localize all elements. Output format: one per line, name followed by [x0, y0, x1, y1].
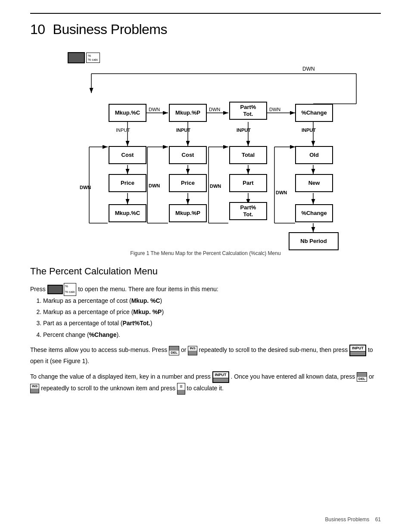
box-price1: Price [109, 174, 146, 192]
svg-text:INPUT: INPUT [237, 128, 251, 133]
chapter-title: 10Business Problems [30, 22, 381, 37]
calc-key-diagram: %% calc [68, 52, 100, 63]
box-pchange-top: %Change [295, 104, 333, 122]
footer-page: 61 [375, 516, 381, 523]
key-eq: = [177, 383, 185, 395]
box-total: Total [229, 146, 267, 164]
svg-text:DWN: DWN [149, 183, 160, 188]
svg-text:DWN: DWN [80, 185, 91, 190]
key-input-top2: INPUT [213, 372, 228, 378]
box-mkupp-bot: Mkup.%P [169, 204, 207, 222]
key-del2: DEL [357, 372, 367, 382]
box-pchange-bot: %Change [295, 204, 333, 222]
box-nbperiod: Nb Period [289, 232, 339, 250]
figure-caption: Figure 1 The Menu Map for the Percent Ca… [30, 250, 381, 256]
key-main-icon [47, 285, 63, 294]
svg-text:INPUT: INPUT [116, 128, 130, 133]
list-item-4: Percent change (%Change). [43, 330, 381, 339]
svg-text:DWN: DWN [149, 107, 160, 112]
diagram: DWN DWN DWN DWN INPUT INPUT [42, 48, 369, 246]
key-calc-inline: %% calc [47, 283, 77, 296]
key-del-top2 [357, 373, 367, 377]
key-del-top [169, 346, 179, 351]
box-mkupc-top: Mkup.%C [109, 104, 146, 122]
svg-text:DWN: DWN [302, 66, 315, 72]
key-input-inline: INPUT Memory [349, 345, 366, 356]
footer-text: Business Problems [325, 516, 370, 523]
list-item-2: Markup as a percentage of price (Mkup. %… [43, 307, 381, 317]
key-eq-top: = [177, 383, 184, 390]
key-del: DEL [169, 346, 179, 355]
body-text-para2: To change the value of a displayed item,… [30, 371, 381, 395]
svg-text:DWN: DWN [269, 107, 280, 112]
box-cost1: Cost [109, 146, 146, 164]
calc-key-main [68, 52, 85, 63]
svg-text:DWN: DWN [209, 107, 220, 112]
key-ns2: INS [30, 384, 39, 393]
svg-text:INPUT: INPUT [176, 128, 190, 133]
box-new: New [295, 174, 333, 192]
key-ns: INS [188, 346, 197, 355]
page-title: Business Problems [53, 22, 167, 37]
key-input-bot: Memory [350, 352, 365, 355]
box-mkupc-bot: Mkup.%C [109, 204, 146, 222]
box-parttot-bot: Part%Tot. [229, 202, 267, 220]
key-ns-bot [188, 351, 196, 355]
top-rule [30, 13, 381, 14]
svg-text:INPUT: INPUT [302, 128, 316, 133]
svg-text:DWN: DWN [210, 184, 221, 189]
box-part: Part [229, 174, 267, 192]
box-mkupp-top: Mkup.%P [169, 104, 207, 122]
box-price2: Price [169, 174, 207, 192]
diagram-container: DWN DWN DWN DWN INPUT INPUT [30, 48, 381, 246]
key-del-bot: DEL [169, 351, 179, 355]
list-item-3: Part as a percentage of total (Part%Tot.… [43, 318, 381, 328]
key-input-inline2: INPUT Memory [212, 371, 229, 383]
list-item-1: Markup as a percentage of cost (Mkup. %C… [43, 296, 381, 305]
key-del-bot2: DEL [357, 377, 367, 381]
key-ns-top2: INS [31, 384, 39, 389]
body-text-para1: These items allow you to access sub-menu… [30, 345, 381, 366]
key-ns-top: INS [188, 346, 196, 351]
box-parttot-top: Part%Tot. [229, 102, 267, 120]
box-old: Old [295, 146, 333, 164]
body-text-intro: Press %% calc to open the menu. There ar… [30, 283, 381, 339]
svg-text:DWN: DWN [276, 190, 287, 195]
key-eq-bot [177, 390, 184, 394]
calc-key-sub: %% calc [86, 53, 100, 63]
chapter-number: 10 [30, 22, 45, 37]
box-cost2: Cost [169, 146, 207, 164]
key-input-top: INPUT [350, 345, 365, 352]
page: 10Business Problems [0, 0, 411, 532]
footer: Business Problems 61 [325, 516, 381, 523]
key-input-bot2: Memory [213, 378, 228, 382]
section-title: The Percent Calculation Menu [30, 266, 381, 277]
key-ns-bot2 [31, 389, 39, 393]
key-sub-label: %% calc [64, 283, 77, 296]
